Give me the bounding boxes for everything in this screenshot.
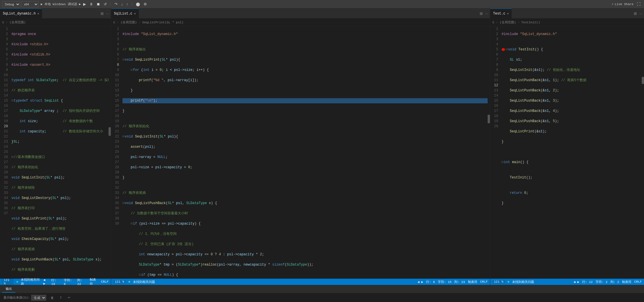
tab-close-icon-right[interactable]: ✕ xyxy=(507,12,509,15)
line-numbers-right: 1 2 3 4 5 6 7 8 9 10 11 12 13 14 15 16 1 xyxy=(490,26,500,279)
breadcrumb-lang-right: C xyxy=(492,21,494,24)
project-label: ▶ 本地 Windows 调试器 ▶ xyxy=(41,2,81,6)
code-line: } xyxy=(122,175,488,180)
restart-btn[interactable]: ↺ xyxy=(103,1,108,7)
tab-sqlist-dynamic[interactable]: SqList_dynamic.h ✕ xyxy=(0,9,42,19)
zoom-left: 121 % xyxy=(2,278,14,285)
code-line: ⊟void TestInit() { xyxy=(502,47,642,52)
tab-close-icon-mid[interactable]: ✕ xyxy=(134,12,136,15)
mode-right: 制表符 xyxy=(622,280,631,284)
code-content-left[interactable]: #pragma once #include <stdio.h> #include… xyxy=(10,26,109,279)
split-editor-btn-left[interactable]: ⊞ xyxy=(100,11,104,16)
encoding-mid: CRLF xyxy=(480,280,488,283)
fullscreen-btn[interactable]: ⛶ xyxy=(636,1,642,7)
col2-mid: 列: 23 xyxy=(454,280,465,284)
bottom-panel: 输出 显示输出来源(S): 生成 🗑 ⇧ ↩ xyxy=(0,285,644,302)
scroll-thumb-right[interactable] xyxy=(642,77,644,84)
scroll-indicator-right[interactable] xyxy=(642,26,644,279)
scroll-thumb-mid[interactable] xyxy=(488,115,490,123)
code-line: // 顺序表尾删 xyxy=(11,267,109,272)
code-area-right: 1 2 3 4 5 6 7 8 9 10 11 12 13 14 15 16 1 xyxy=(490,26,644,279)
editor-tabs-left: SqList_dynamic.h ✕ ⊞ ··· xyxy=(0,9,111,19)
breadcrumb-fn-right: TestInit() xyxy=(521,21,540,24)
col-mid: 字符: 15 xyxy=(438,280,451,284)
row-left: 行: 19 xyxy=(51,278,61,285)
step-into-btn[interactable]: ↓ xyxy=(120,1,124,7)
code-line: #include <stdio.h> xyxy=(11,42,109,47)
more-btn-right[interactable]: ··· xyxy=(639,11,643,16)
code-line: assert(psl); xyxy=(122,144,488,149)
status-bar-mid: 121 % 未找到相关问题 ◀ ▶ 行: 8 字符: 15 列: 23 制表符 … xyxy=(111,279,490,285)
zoom-mid: 121 % xyxy=(113,280,126,283)
code-line: void SeqListPrint(SL* psl); xyxy=(11,216,109,221)
breadcrumb-right: C › (全局范围) › TestInit() xyxy=(490,19,644,26)
code-line: } xyxy=(122,88,488,93)
scroll-indicator-left[interactable] xyxy=(109,26,111,279)
bottom-content: 显示输出来源(S): 生成 🗑 ⇧ ↩ xyxy=(0,293,644,302)
settings-btn[interactable]: ⚙ xyxy=(142,1,148,7)
code-content-mid[interactable]: #include "SqList_dynamic.h" // 顺序表输出 ⊟vo… xyxy=(121,26,488,279)
editor-panel-mid: SqlList.c ✕ ⊞ ··· C › (全局范围) › SeqListPr… xyxy=(111,9,490,285)
code-line: // 顺序表尾插 xyxy=(11,247,109,252)
breadcrumb-scope-left: (全局范围) xyxy=(9,20,26,24)
editor-panel-left: SqList_dynamic.h ✕ ⊞ ··· C › (全局范围) 1 2 … xyxy=(0,9,111,285)
col2-left: 列: 22 xyxy=(77,278,87,285)
toolbar-right: ⚡ Live Share ⛶ xyxy=(612,1,642,7)
code-line: ⊟//基本增删查改接口 xyxy=(11,155,109,160)
editor-tabs-mid: SqlList.c ✕ ⊞ ··· xyxy=(111,9,490,19)
output-source-select[interactable]: 生成 xyxy=(31,295,46,301)
arch-select[interactable]: x64 xyxy=(21,1,38,7)
tab-label-right: Test.c xyxy=(493,12,505,16)
step-out-btn[interactable]: ↑ xyxy=(125,1,130,7)
bottom-tabs: 输出 xyxy=(0,285,644,293)
stop-btn[interactable]: ⏹ xyxy=(95,1,101,7)
clear-output-btn[interactable]: 🗑 xyxy=(50,295,55,300)
scroll-indicator-mid[interactable] xyxy=(488,26,490,279)
word-wrap-btn[interactable]: ↩ xyxy=(67,295,71,300)
code-line: // 顺序表初始化 xyxy=(11,165,109,170)
code-line: SeqListPushBack(&s1, 1); // 尾插5个数据 xyxy=(502,78,642,83)
code-line: SeqListPushBack(&s1, 2); xyxy=(502,88,642,93)
breadcrumb-mid: C › (全局范围) › SeqListPrint(SL * psl) xyxy=(111,19,490,26)
col-left: 字符: 9 xyxy=(64,278,75,285)
tab-test-c[interactable]: Test.c ✕ xyxy=(490,9,512,19)
code-line: void SeqListPushBack(SL* psl, SLDataType… xyxy=(11,257,109,262)
bp-btn[interactable]: ⬤ xyxy=(135,1,141,7)
editor-right-btns-mid: ⊞ ··· xyxy=(479,11,490,16)
debug-config-select[interactable]: Debug xyxy=(2,1,20,7)
main-area: SqList_dynamic.h ✕ ⊞ ··· C › (全局范围) 1 2 … xyxy=(0,9,644,302)
tab-close-icon[interactable]: ✕ xyxy=(37,12,39,15)
tab-output[interactable]: 输出 xyxy=(2,285,15,293)
tab-sqlist-c[interactable]: SqlList.c ✕ xyxy=(111,9,139,19)
col-right: 字符: 2 xyxy=(596,280,608,284)
split-editor-btn-mid[interactable]: ⊞ xyxy=(479,11,483,16)
top-toolbar: Debug x64 ▶ 本地 Windows 调试器 ▶ ▶ ⏸ ⏹ ↺ | ↷… xyxy=(0,0,644,9)
code-line: SeqListInit(&s1); // 初始化，传递地址 xyxy=(502,67,642,73)
code-line: #include "SqList_dynamic.h" xyxy=(122,32,488,37)
code-line: #include <stdlib.h> xyxy=(11,52,109,57)
no-errors-icon-mid xyxy=(128,281,130,283)
line-numbers-left: 1 2 3 4 5 6 7 8 9 10 11 12 13 14 15 16 1 xyxy=(0,26,10,279)
pause-btn[interactable]: ⏸ xyxy=(88,1,94,7)
step-over-btn[interactable]: ↷ xyxy=(113,1,119,7)
more-btn-mid[interactable]: ··· xyxy=(484,11,489,16)
split-editor-btn-right[interactable]: ⊞ xyxy=(633,11,637,16)
continue-btn[interactable]: ▶ xyxy=(82,1,87,7)
code-line: } xyxy=(502,139,642,144)
scroll-thumb-left[interactable] xyxy=(109,127,111,136)
more-btn-left[interactable]: ··· xyxy=(105,11,110,16)
editor-tabs-right: Test.c ✕ ⊞ ··· xyxy=(490,9,644,19)
editor-right-btns-left: ⊞ ··· xyxy=(100,11,111,16)
code-content-right[interactable]: #include "SqList_dynamic.h" ⊟void TestIn… xyxy=(500,26,642,279)
editors-row: SqList_dynamic.h ✕ ⊞ ··· C › (全局范围) 1 2 … xyxy=(0,9,644,285)
scroll-lock-btn[interactable]: ⇧ xyxy=(58,295,63,300)
live-share-label[interactable]: Live Share xyxy=(615,3,633,6)
nav-mid: ◀ ▶ xyxy=(418,280,423,284)
code-line: SeqListPushBack(&s1, 3); xyxy=(502,98,642,103)
code-line: int capacity; // 数组实际存储空间大小 xyxy=(11,129,109,134)
code-line: SLDataType* tmp = (SLDataType*)realloc(p… xyxy=(122,262,488,267)
status-bar-left: 121 % 未找到相关问题 ◀ ▶ 行: 19 字符: 9 列: 22 制表符 … xyxy=(0,279,111,285)
no-errors-icon-left xyxy=(17,281,18,283)
errors-mid: 未找到相关问题 xyxy=(133,280,155,284)
code-line: void SeqListDestory(SL* psl); xyxy=(11,196,109,201)
